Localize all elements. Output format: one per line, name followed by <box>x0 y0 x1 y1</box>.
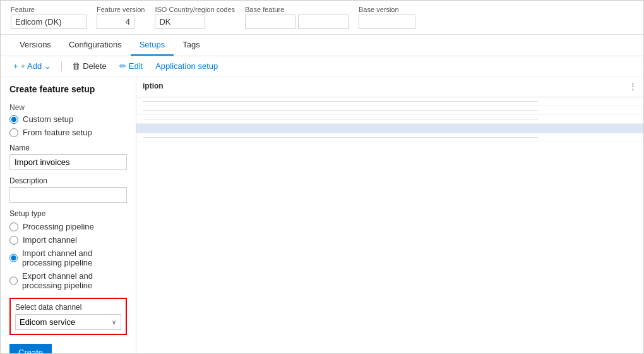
description-label: Description <box>9 176 127 185</box>
tab-configurations[interactable]: Configurations <box>60 35 131 56</box>
feature-input[interactable] <box>11 15 86 29</box>
tab-setups[interactable]: Setups <box>131 35 174 56</box>
radio-processing-pipeline-input[interactable] <box>9 223 18 231</box>
base-feature-label: Base feature <box>245 6 349 13</box>
radio-processing-pipeline[interactable]: Processing pipeline <box>9 222 127 231</box>
col-menu-icon[interactable]: ⋮ <box>628 82 637 92</box>
version-label: Feature version <box>97 6 145 13</box>
data-channel-section: Select data channel Edicom service Other… <box>9 298 127 335</box>
form-panel: Create feature setup New Custom setup Fr… <box>1 76 136 353</box>
data-channel-label: Select data channel <box>15 303 121 312</box>
name-input[interactable] <box>9 154 127 170</box>
table-row <box>136 115 643 124</box>
data-table: iption ⋮ <box>136 76 643 142</box>
radio-import-channel-label: Import channel <box>23 235 77 245</box>
radio-import-channel-pipeline-input[interactable] <box>9 253 18 262</box>
base-version-label: Base version <box>359 6 415 13</box>
form-title: Create feature setup <box>9 84 127 94</box>
setup-type-label: Setup type <box>9 209 127 218</box>
new-label: New <box>9 103 127 112</box>
add-chevron-icon: ⌄ <box>44 61 51 71</box>
toolbar: + + Add ⌄ 🗑 Delete ✏ Edit Application se… <box>1 56 643 76</box>
radio-export-channel-pipeline-input[interactable] <box>9 276 18 285</box>
iso-label: ISO Country/region codes <box>155 6 235 13</box>
name-field-group: Name <box>9 143 127 170</box>
tab-versions[interactable]: Versions <box>11 35 60 56</box>
setup-type-radio-group: Custom setup From feature setup <box>9 114 127 137</box>
radio-from-feature-label: From feature setup <box>23 128 92 137</box>
table-cell <box>136 124 643 133</box>
data-channel-select-wrapper[interactable]: Edicom service Other channel ∨ <box>15 314 121 330</box>
base-version-field: Base version <box>359 6 415 29</box>
base-feature-input2[interactable] <box>298 15 349 29</box>
select-arrow-icon: ∨ <box>107 315 121 329</box>
new-section: New Custom setup From feature setup <box>9 103 127 137</box>
radio-import-channel-pipeline[interactable]: Import channel and processing pipeline <box>9 248 127 267</box>
edit-icon: ✏ <box>119 61 126 71</box>
add-label: + Add <box>21 61 42 71</box>
radio-export-channel-pipeline[interactable]: Export channel and processing pipeline <box>9 271 127 290</box>
table-area: iption ⋮ <box>136 76 643 353</box>
create-button[interactable]: Create <box>9 344 52 353</box>
radio-import-channel-input[interactable] <box>9 236 18 245</box>
base-feature-field: Base feature <box>245 6 349 29</box>
base-feature-input1[interactable] <box>245 15 295 29</box>
description-field-group: Description <box>9 176 127 203</box>
pipeline-type-radio-group: Processing pipeline Import channel Impor… <box>9 222 127 290</box>
radio-custom-setup[interactable]: Custom setup <box>9 114 127 124</box>
radio-custom-input[interactable] <box>9 115 18 124</box>
radio-custom-label: Custom setup <box>23 114 73 124</box>
tab-tags[interactable]: Tags <box>174 35 208 56</box>
delete-button[interactable]: 🗑 Delete <box>69 60 109 72</box>
data-channel-select[interactable]: Edicom service Other channel <box>16 315 107 329</box>
radio-from-feature[interactable]: From feature setup <box>9 128 127 137</box>
header-bar: Feature Feature version ISO Country/regi… <box>1 1 643 35</box>
app-setup-label: Application setup <box>155 61 218 71</box>
description-input[interactable] <box>9 187 127 203</box>
app-setup-button[interactable]: Application setup <box>153 60 220 72</box>
radio-processing-pipeline-label: Processing pipeline <box>23 222 94 231</box>
radio-import-channel-pipeline-label: Import channel and processing pipeline <box>22 248 127 267</box>
col-description: iption ⋮ <box>136 76 643 97</box>
radio-import-channel[interactable]: Import channel <box>9 235 127 245</box>
radio-export-channel-pipeline-label: Export channel and processing pipeline <box>22 271 127 290</box>
row-line <box>143 110 538 111</box>
row-line <box>143 137 538 138</box>
table-row <box>136 133 643 142</box>
feature-label: Feature <box>11 6 86 13</box>
name-label: Name <box>9 143 127 152</box>
delete-icon: 🗑 <box>72 61 80 71</box>
nav-tabs: Versions Configurations Setups Tags <box>1 35 643 56</box>
row-line <box>143 119 538 119</box>
col-description-label: iption <box>143 82 164 90</box>
iso-input[interactable] <box>155 15 205 29</box>
feature-field: Feature <box>11 6 86 29</box>
main-area: Create feature setup New Custom setup Fr… <box>1 76 643 353</box>
base-version-input[interactable] <box>359 15 415 29</box>
table-row-selected[interactable] <box>136 124 643 133</box>
setup-type-section: Setup type Processing pipeline Import ch… <box>9 209 127 290</box>
delete-label: Delete <box>83 61 107 71</box>
edit-button[interactable]: ✏ Edit <box>117 60 145 72</box>
add-button[interactable]: + + Add ⌄ <box>11 60 54 72</box>
iso-field: ISO Country/region codes <box>155 6 235 29</box>
table-row <box>136 106 643 115</box>
toolbar-separator1 <box>61 61 62 71</box>
radio-from-feature-input[interactable] <box>9 128 18 137</box>
version-field: Feature version <box>97 6 145 29</box>
row-line <box>143 101 538 102</box>
edit-label: Edit <box>129 61 143 71</box>
version-input[interactable] <box>97 15 134 29</box>
add-icon: + <box>13 61 18 71</box>
table-row <box>136 97 643 106</box>
